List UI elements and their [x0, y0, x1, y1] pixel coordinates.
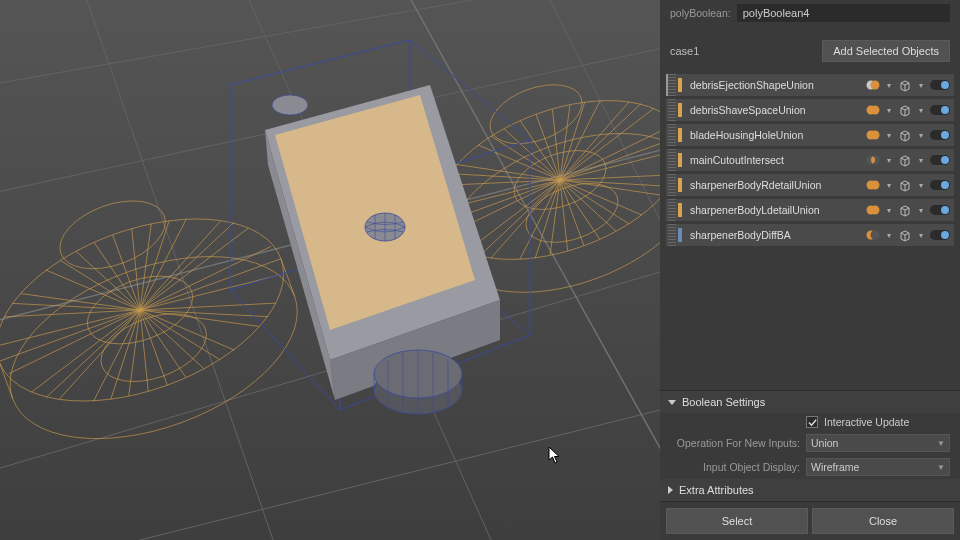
boolean-op-icon[interactable]	[866, 228, 880, 242]
svg-line-46	[478, 100, 642, 259]
chevron-down-icon[interactable]: ▾	[886, 106, 892, 115]
chevron-down-icon: ▼	[937, 463, 945, 472]
boolean-op-icon[interactable]	[866, 103, 880, 117]
interactive-update-label: Interactive Update	[824, 416, 909, 428]
boolean-op-icon[interactable]	[866, 153, 880, 167]
visibility-toggle[interactable]	[930, 105, 950, 115]
svg-line-47	[504, 105, 616, 255]
drag-handle-icon[interactable]	[668, 224, 676, 246]
svg-line-30	[60, 221, 220, 400]
svg-line-7	[400, 0, 660, 520]
svg-line-40	[438, 136, 660, 225]
visibility-toggle[interactable]	[930, 180, 950, 190]
svg-point-38	[482, 73, 590, 155]
extra-attributes-header[interactable]: Extra Attributes	[660, 479, 960, 501]
chevron-down-icon[interactable]: ▾	[886, 206, 892, 215]
select-button[interactable]: Select	[666, 508, 808, 534]
boolean-input-name: sharpenerBodyDiffBA	[688, 229, 866, 241]
chevron-down-icon[interactable]: ▾	[886, 81, 892, 90]
boolean-input-list: debrisEjectionShapeUnion ▾ ▾ debrisShave…	[660, 72, 960, 253]
chevron-down-icon[interactable]: ▾	[886, 181, 892, 190]
object-cube-icon[interactable]	[898, 203, 912, 217]
display-label: Input Object Display:	[670, 461, 800, 473]
disclosure-triangle-icon	[668, 400, 676, 405]
boolean-input-row[interactable]: debrisEjectionShapeUnion ▾ ▾	[666, 74, 954, 96]
object-cube-icon[interactable]	[898, 103, 912, 117]
svg-marker-58	[275, 95, 475, 330]
chevron-down-icon[interactable]: ▾	[918, 231, 924, 240]
svg-line-4	[60, 400, 660, 540]
boolean-input-name: mainCutoutIntersect	[688, 154, 866, 166]
drag-handle-icon[interactable]	[668, 174, 676, 196]
svg-point-12	[92, 301, 216, 395]
visibility-toggle[interactable]	[930, 80, 950, 90]
color-swatch	[678, 178, 682, 192]
svg-point-64	[272, 95, 308, 115]
object-cube-icon[interactable]	[898, 228, 912, 242]
boolean-settings-title: Boolean Settings	[682, 396, 765, 408]
close-button[interactable]: Close	[812, 508, 954, 534]
node-name-input[interactable]	[737, 4, 950, 22]
chevron-down-icon[interactable]: ▾	[886, 231, 892, 240]
svg-marker-60	[265, 130, 335, 400]
svg-point-35	[426, 103, 660, 323]
boolean-settings-section: Boolean Settings Interactive Update Oper…	[660, 390, 960, 501]
visibility-toggle[interactable]	[930, 130, 950, 140]
chevron-down-icon[interactable]: ▾	[918, 156, 924, 165]
boolean-op-icon[interactable]	[866, 128, 880, 142]
case-label: case1	[670, 45, 814, 57]
visibility-toggle[interactable]	[930, 230, 950, 240]
svg-line-2	[0, 140, 660, 330]
chevron-down-icon[interactable]: ▾	[918, 106, 924, 115]
svg-line-43	[456, 102, 660, 259]
drag-handle-icon[interactable]	[668, 124, 676, 146]
boolean-input-row[interactable]: sharpenerBodyRdetailUnion ▾ ▾	[666, 174, 954, 196]
case-row: case1 Add Selected Objects	[660, 34, 960, 72]
svg-line-6	[240, 0, 500, 540]
chevron-down-icon[interactable]: ▾	[886, 156, 892, 165]
boolean-op-icon[interactable]	[866, 78, 880, 92]
svg-line-26	[0, 246, 281, 373]
scene-objects	[0, 0, 660, 540]
mouse-cursor-icon	[548, 446, 562, 464]
boolean-input-row[interactable]: mainCutoutIntersect ▾ ▾	[666, 149, 954, 171]
boolean-input-row[interactable]: sharpenerBodyDiffBA ▾ ▾	[666, 224, 954, 246]
drag-handle-icon[interactable]	[668, 74, 676, 96]
interactive-update-checkbox[interactable]	[806, 416, 818, 428]
boolean-input-name: bladeHousingHoleUnion	[688, 129, 866, 141]
operation-dropdown[interactable]: Union ▼	[806, 434, 950, 452]
chevron-down-icon[interactable]: ▾	[918, 206, 924, 215]
boolean-op-icon[interactable]	[866, 178, 880, 192]
boolean-op-icon[interactable]	[866, 203, 880, 217]
boolean-input-row[interactable]: debrisShaveSpaceUnion ▾ ▾	[666, 99, 954, 121]
svg-line-17	[0, 259, 281, 362]
object-cube-icon[interactable]	[898, 78, 912, 92]
svg-line-52	[449, 104, 660, 256]
display-row: Input Object Display: Wireframe ▼	[660, 455, 960, 479]
display-dropdown[interactable]: Wireframe ▼	[806, 458, 950, 476]
chevron-down-icon[interactable]: ▾	[918, 131, 924, 140]
drag-handle-icon[interactable]	[668, 99, 676, 121]
visibility-toggle[interactable]	[930, 205, 950, 215]
boolean-settings-header[interactable]: Boolean Settings	[660, 391, 960, 413]
node-name-label: polyBoolean:	[670, 7, 731, 19]
svg-line-18	[4, 228, 276, 392]
viewport-3d[interactable]	[0, 0, 660, 540]
svg-point-34	[414, 70, 660, 290]
svg-line-20	[21, 221, 259, 399]
chevron-down-icon[interactable]: ▾	[918, 81, 924, 90]
chevron-down-icon[interactable]: ▾	[886, 131, 892, 140]
boolean-input-row[interactable]: bladeHousingHoleUnion ▾ ▾	[666, 124, 954, 146]
drag-handle-icon[interactable]	[668, 149, 676, 171]
object-cube-icon[interactable]	[898, 153, 912, 167]
footer-buttons: Select Close	[660, 501, 960, 540]
boolean-input-row[interactable]: sharpenerBodyLdetailUnion ▾ ▾	[666, 199, 954, 221]
add-selected-objects-button[interactable]: Add Selected Objects	[822, 40, 950, 62]
drag-handle-icon[interactable]	[668, 199, 676, 221]
visibility-toggle[interactable]	[930, 155, 950, 165]
operation-row: Operation For New Inputs: Union ▼	[660, 431, 960, 455]
chevron-down-icon[interactable]: ▾	[918, 181, 924, 190]
object-cube-icon[interactable]	[898, 178, 912, 192]
object-cube-icon[interactable]	[898, 128, 912, 142]
boolean-input-name: debrisEjectionShapeUnion	[688, 79, 866, 91]
